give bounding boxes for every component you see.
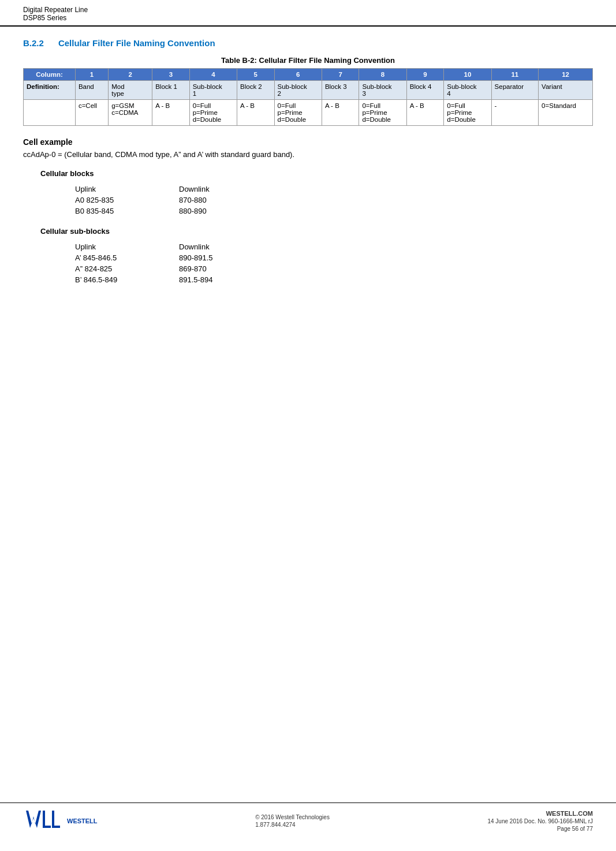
cellular-sub-blocks-heading: Cellular sub-blocks bbox=[40, 227, 593, 236]
col-header-6: 6 bbox=[274, 69, 322, 81]
svg-rect-2 bbox=[43, 826, 51, 828]
section-title: Cellular Filter File Naming Convention bbox=[58, 38, 215, 48]
section-heading: B.2.2 Cellular Filter File Naming Conven… bbox=[23, 38, 593, 48]
def-col-11: Separator bbox=[491, 81, 539, 100]
table-header-row: Column: 1 2 3 4 5 6 7 8 9 10 11 12 bbox=[24, 69, 593, 81]
def-col-1: Band bbox=[75, 81, 108, 100]
sub-uplink-1: A” 824-825 bbox=[75, 263, 179, 274]
val-col-4: 0=Fullp=Primed=Double bbox=[189, 100, 237, 126]
cellular-sub-blocks-section: Cellular sub-blocks Uplink Downlink A’ 8… bbox=[40, 227, 593, 285]
cell-uplink-0: A0 825-835 bbox=[75, 195, 179, 206]
sub-uplink-header: Uplink bbox=[75, 241, 179, 252]
col-header-11: 11 bbox=[491, 69, 539, 81]
col-header-10: 10 bbox=[444, 69, 491, 81]
table-row: A0 825-835 870-880 bbox=[75, 195, 283, 206]
table-row: Uplink Downlink bbox=[75, 184, 283, 195]
col-header-9: 9 bbox=[406, 69, 444, 81]
def-col-2: Modtype bbox=[109, 81, 152, 100]
svg-rect-1 bbox=[43, 811, 45, 828]
cell-downlink-0: 870-880 bbox=[179, 195, 283, 206]
def-col-9: Block 4 bbox=[406, 81, 444, 100]
def-col-8: Sub-block3 bbox=[359, 81, 406, 100]
table-row: A” 824-825 869-870 bbox=[75, 263, 283, 274]
svg-rect-4 bbox=[52, 826, 60, 828]
sub-downlink-1: 869-870 bbox=[179, 263, 283, 274]
table-row: B0 835-845 880-890 bbox=[75, 206, 283, 217]
def-label: Definition: bbox=[24, 81, 76, 100]
cellular-blocks-heading: Cellular blocks bbox=[40, 169, 593, 178]
section-id: B.2.2 bbox=[23, 38, 44, 48]
svg-marker-0 bbox=[26, 811, 41, 828]
def-col-7: Block 3 bbox=[322, 81, 359, 100]
col-header-7: 7 bbox=[322, 69, 359, 81]
sub-downlink-header: Downlink bbox=[179, 241, 283, 252]
cellular-sub-blocks-table: Uplink Downlink A’ 845-846.5 890-891.5 A… bbox=[75, 241, 283, 285]
sub-uplink-2: B’ 846.5-849 bbox=[75, 274, 179, 285]
footer-copyright: © 2016 Westell Technologies bbox=[255, 814, 330, 820]
val-col-3: A - B bbox=[152, 100, 190, 126]
col-header-12: 12 bbox=[539, 69, 593, 81]
table-row-definition: Definition: Band Modtype Block 1 Sub-blo… bbox=[24, 81, 593, 100]
val-col-8: 0=Fullp=Primed=Double bbox=[359, 100, 406, 126]
val-col-9: A - B bbox=[406, 100, 444, 126]
cell-example-text: ccAdAp-0 = (Cellular band, CDMA mod type… bbox=[23, 150, 593, 159]
footer-company-name: WESTELL bbox=[67, 818, 98, 824]
page-header: Digital Repeater Line DSP85 Series bbox=[0, 0, 616, 27]
def-col-4: Sub-block1 bbox=[189, 81, 237, 100]
sub-downlink-2: 891.5-894 bbox=[179, 274, 283, 285]
val-label bbox=[24, 100, 76, 126]
doc-title: Digital Repeater Line bbox=[23, 6, 593, 14]
svg-rect-3 bbox=[52, 811, 54, 828]
footer-right: WESTELL.COM 14 June 2016 Doc. No. 960-16… bbox=[487, 810, 593, 832]
footer-date: 14 June 2016 Doc. No. 960-1666-MNL rJ bbox=[487, 818, 593, 824]
val-col-12: 0=Standard bbox=[539, 100, 593, 126]
naming-table: Column: 1 2 3 4 5 6 7 8 9 10 11 12 Defin… bbox=[23, 68, 593, 126]
table-caption: Table B-2: Cellular Filter File Naming C… bbox=[23, 56, 593, 65]
col-header-4: 4 bbox=[189, 69, 237, 81]
col-header-8: 8 bbox=[359, 69, 406, 81]
col-header-5: 5 bbox=[237, 69, 275, 81]
doc-subtitle: DSP85 Series bbox=[23, 14, 593, 22]
col-header-3: 3 bbox=[152, 69, 190, 81]
def-col-10: Sub-block4 bbox=[444, 81, 491, 100]
cellular-blocks-section: Cellular blocks Uplink Downlink A0 825-8… bbox=[40, 169, 593, 217]
table-row: A’ 845-846.5 890-891.5 bbox=[75, 252, 283, 263]
footer-website: WESTELL.COM bbox=[546, 810, 593, 817]
val-col-6: 0=Fullp=Primed=Double bbox=[274, 100, 322, 126]
val-col-11: - bbox=[491, 100, 539, 126]
table-row-values: c=Cell g=GSMc=CDMA A - B 0=Fullp=Primed=… bbox=[24, 100, 593, 126]
cell-uplink-1: B0 835-845 bbox=[75, 206, 179, 217]
cell-example-heading: Cell example bbox=[23, 137, 593, 147]
val-col-5: A - B bbox=[237, 100, 275, 126]
col-header-1: 1 bbox=[75, 69, 108, 81]
westell-logo-icon bbox=[23, 808, 64, 834]
col-header-0: Column: bbox=[24, 69, 76, 81]
val-col-7: A - B bbox=[322, 100, 359, 126]
def-col-12: Variant bbox=[539, 81, 593, 100]
cell-downlink-1: 880-890 bbox=[179, 206, 283, 217]
uplink-header: Uplink bbox=[75, 184, 179, 195]
footer-logo-area: WESTELL bbox=[23, 808, 98, 834]
val-col-1: c=Cell bbox=[75, 100, 108, 126]
val-col-10: 0=Fullp=Primed=Double bbox=[444, 100, 491, 126]
def-col-6: Sub-block2 bbox=[274, 81, 322, 100]
cellular-blocks-table: Uplink Downlink A0 825-835 870-880 B0 83… bbox=[75, 184, 283, 217]
sub-downlink-0: 890-891.5 bbox=[179, 252, 283, 263]
footer-page-num: Page 56 of 77 bbox=[557, 826, 593, 832]
downlink-header: Downlink bbox=[179, 184, 283, 195]
sub-uplink-0: A’ 845-846.5 bbox=[75, 252, 179, 263]
def-col-3: Block 1 bbox=[152, 81, 190, 100]
def-col-5: Block 2 bbox=[237, 81, 275, 100]
val-col-2: g=GSMc=CDMA bbox=[109, 100, 152, 126]
table-row: B’ 846.5-849 891.5-894 bbox=[75, 274, 283, 285]
footer-phone: 1.877.844.4274 bbox=[255, 822, 330, 828]
col-header-2: 2 bbox=[109, 69, 152, 81]
footer-left: © 2016 Westell Technologies 1.877.844.42… bbox=[255, 814, 330, 828]
page-footer: WESTELL © 2016 Westell Technologies 1.87… bbox=[0, 803, 616, 834]
main-content: B.2.2 Cellular Filter File Naming Conven… bbox=[0, 27, 616, 307]
table-row: Uplink Downlink bbox=[75, 241, 283, 252]
